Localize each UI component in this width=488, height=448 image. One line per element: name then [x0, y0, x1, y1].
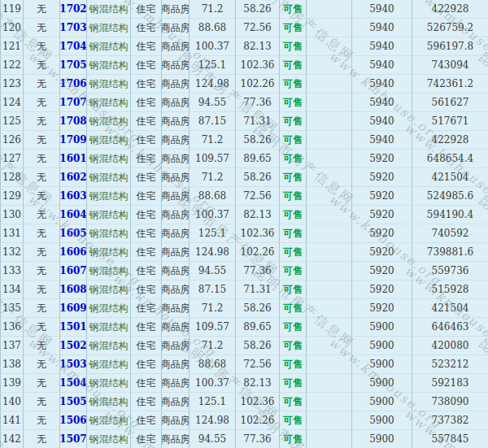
table-row: 136无1501钢混结构住宅商品房109.5789.65可售5900646463: [0, 318, 488, 337]
usage-cell: 住宅: [131, 393, 162, 411]
table-row: 126无1709钢混结构住宅商品房71.258.26可售5940422928: [0, 131, 488, 150]
unit-number-link[interactable]: 1602: [60, 172, 87, 183]
unit-number-cell: 1606: [60, 243, 87, 262]
sale-type-cell: 商品房: [162, 37, 190, 56]
structure-cell: 钢混结构: [87, 94, 131, 112]
unit-number-link[interactable]: 1708: [60, 115, 87, 127]
row-number-cell: 134: [0, 281, 24, 299]
table-row: 133无1607钢混结构住宅商品房94.5577.36可售5920559736: [0, 262, 488, 281]
unit-number-link[interactable]: 1603: [60, 190, 87, 202]
sale-type-cell: 商品房: [162, 187, 190, 206]
unit-number-link[interactable]: 1507: [60, 433, 87, 445]
unit-price-cell: 5900: [352, 318, 412, 337]
flag-cell: 无: [24, 374, 60, 393]
sale-type-cell: 商品房: [162, 374, 190, 393]
total-price-cell: 592183: [412, 374, 488, 393]
build-area-cell: 125.1: [190, 224, 236, 243]
sale-type-cell: 商品房: [162, 430, 190, 448]
extra-cell: [307, 411, 352, 430]
flag-cell: 无: [24, 299, 60, 318]
build-area-cell: 100.37: [190, 37, 236, 56]
row-number-cell: 139: [0, 374, 24, 393]
sale-type-cell: 商品房: [162, 168, 190, 187]
unit-number-link[interactable]: 1702: [60, 3, 87, 15]
usage-cell: 住宅: [131, 187, 162, 206]
sale-type-cell: 商品房: [162, 393, 190, 411]
unit-price-cell: 5920: [352, 281, 412, 299]
status-cell: 可售: [280, 150, 307, 168]
status-cell: 可售: [280, 56, 307, 75]
status-cell: 可售: [280, 374, 307, 393]
structure-cell: 钢混结构: [87, 318, 131, 337]
total-price-cell: 740592: [412, 224, 488, 243]
structure-cell: 钢混结构: [87, 19, 131, 37]
status-cell: 可售: [280, 168, 307, 187]
structure-cell: 钢混结构: [87, 374, 131, 393]
unit-number-link[interactable]: 1607: [60, 265, 87, 276]
row-number-cell: 136: [0, 318, 24, 337]
unit-price-cell: 5900: [352, 411, 412, 430]
unit-number-link[interactable]: 1606: [60, 246, 87, 258]
table-row: 139无1504钢混结构住宅商品房100.3782.13可售5900592183: [0, 374, 488, 393]
unit-number-link[interactable]: 1608: [60, 284, 87, 295]
unit-number-link[interactable]: 1604: [60, 209, 87, 220]
usage-cell: 住宅: [131, 430, 162, 448]
unit-number-link[interactable]: 1609: [60, 302, 87, 314]
total-price-cell: 646463: [412, 318, 488, 337]
unit-number-link[interactable]: 1605: [60, 228, 87, 239]
unit-price-cell: 5940: [352, 37, 412, 56]
unit-number-link[interactable]: 1706: [60, 78, 87, 89]
row-number-cell: 123: [0, 75, 24, 94]
sale-type-cell: 商品房: [162, 131, 190, 150]
sale-type-cell: 商品房: [162, 355, 190, 374]
unit-number-link[interactable]: 1703: [60, 22, 87, 33]
status-cell: 可售: [280, 299, 307, 318]
flag-cell: 无: [24, 262, 60, 281]
unit-number-cell: 1601: [60, 150, 87, 168]
flag-cell: 无: [24, 112, 60, 131]
status-cell: 可售: [280, 281, 307, 299]
unit-number-link[interactable]: 1707: [60, 97, 87, 108]
unit-number-link[interactable]: 1705: [60, 59, 87, 71]
unit-number-link[interactable]: 1504: [60, 377, 87, 389]
unit-number-link[interactable]: 1601: [60, 153, 87, 164]
build-area-cell: 109.57: [190, 150, 236, 168]
status-cell: 可售: [280, 19, 307, 37]
sale-type-cell: 商品房: [162, 262, 190, 281]
unit-price-cell: 5940: [352, 19, 412, 37]
unit-number-link[interactable]: 1501: [60, 321, 87, 333]
unit-number-link[interactable]: 1704: [60, 41, 87, 52]
sale-type-cell: 商品房: [162, 281, 190, 299]
inner-area-cell: 58.26: [236, 168, 280, 187]
structure-cell: 钢混结构: [87, 37, 131, 56]
usage-cell: 住宅: [131, 168, 162, 187]
unit-number-cell: 1706: [60, 75, 87, 94]
unit-number-link[interactable]: 1505: [60, 396, 87, 407]
unit-number-link[interactable]: 1709: [60, 134, 87, 146]
table-row: 129无1603钢混结构住宅商品房88.6872.56可售5920524985.…: [0, 187, 488, 206]
structure-cell: 钢混结构: [87, 281, 131, 299]
sale-type-cell: 商品房: [162, 224, 190, 243]
unit-number-link[interactable]: 1506: [60, 415, 87, 426]
usage-cell: 住宅: [131, 112, 162, 131]
usage-cell: 住宅: [131, 374, 162, 393]
row-number-cell: 126: [0, 131, 24, 150]
units-table: 119无1702钢混结构住宅商品房71.258.26可售594042292812…: [0, 0, 488, 448]
extra-cell: [307, 243, 352, 262]
sale-type-cell: 商品房: [162, 299, 190, 318]
unit-number-link[interactable]: 1503: [60, 359, 87, 370]
unit-number-link[interactable]: 1502: [60, 340, 87, 351]
unit-number-cell: 1704: [60, 37, 87, 56]
extra-cell: [307, 224, 352, 243]
structure-cell: 钢混结构: [87, 299, 131, 318]
total-price-cell: 422928: [412, 0, 488, 19]
usage-cell: 住宅: [131, 318, 162, 337]
flag-cell: 无: [24, 37, 60, 56]
build-area-cell: 94.55: [190, 430, 236, 448]
total-price-cell: 559736: [412, 262, 488, 281]
unit-number-cell: 1501: [60, 318, 87, 337]
structure-cell: 钢混结构: [87, 262, 131, 281]
total-price-cell: 515928: [412, 281, 488, 299]
build-area-cell: 94.55: [190, 94, 236, 112]
row-number-cell: 142: [0, 430, 24, 448]
